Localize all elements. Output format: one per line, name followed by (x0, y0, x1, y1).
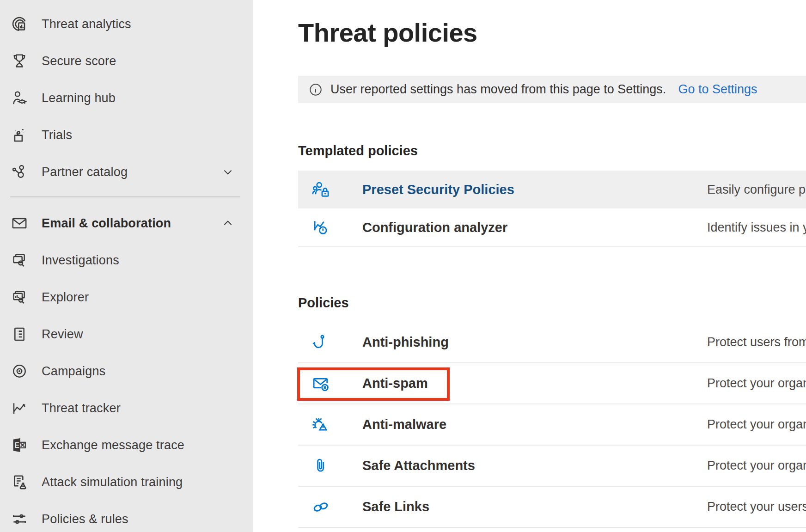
sidebar-item-trials[interactable]: Trials (0, 116, 253, 153)
safe-attachments-row[interactable]: Safe Attachments Protect your organiz (298, 446, 806, 487)
partner-catalog-icon (10, 163, 29, 181)
configuration-analyzer-row[interactable]: Configuration analyzer Identify issues i… (298, 208, 806, 247)
sidebar-item-explorer[interactable]: Explorer (0, 279, 253, 316)
templated-policies-heading: Templated policies (298, 143, 806, 159)
review-icon (10, 325, 29, 343)
anti-phishing-icon (311, 332, 331, 353)
page-title: Threat policies (298, 18, 806, 48)
policy-link[interactable]: Preset Security Policies (362, 182, 707, 197)
sidebar-item-campaigns[interactable]: Campaigns (0, 353, 253, 390)
anti-spam-icon (311, 373, 331, 394)
row-icon-cell (298, 373, 362, 394)
sidebar-item-label: Threat analytics (42, 17, 131, 31)
sidebar-item-partner-catalog[interactable]: Partner catalog (0, 153, 253, 190)
sidebar-item-label: Threat tracker (42, 401, 121, 416)
go-to-settings-link[interactable]: Go to Settings (678, 82, 757, 97)
threat-tracker-icon (10, 399, 29, 417)
sidebar-item-threat-tracker[interactable]: Threat tracker (0, 390, 253, 427)
attack-simulation-icon (10, 473, 29, 491)
banner-message: User reported settings has moved from th… (330, 82, 666, 97)
sidebar-item-label: Learning hub (42, 91, 116, 105)
row-icon-cell (298, 217, 362, 238)
threat-analytics-icon (10, 15, 29, 33)
sidebar-item-label: Explorer (42, 290, 89, 305)
policy-description: Protect your organiz (707, 376, 806, 391)
policy-description: Protect your organiz (707, 417, 806, 432)
policy-description: Protect your organiz (707, 459, 806, 473)
svg-text:E: E (14, 441, 19, 449)
policy-link[interactable]: Safe Links (362, 499, 707, 514)
policy-description: Identify issues in you (707, 220, 806, 235)
policy-link[interactable]: Anti-malware (362, 417, 707, 432)
main-content: Threat policies User reported settings h… (253, 0, 806, 532)
safe-links-row[interactable]: Safe Links Protect your users fr (298, 487, 806, 528)
sidebar-item-label: Exchange message trace (42, 438, 184, 453)
sidebar-item-label: Review (42, 327, 83, 342)
sidebar-item-label: Email & collaboration (42, 216, 171, 231)
sidebar-item-review[interactable]: Review (0, 316, 253, 353)
policy-link[interactable]: Anti-spam (362, 376, 707, 391)
sidebar-item-exchange-message-trace[interactable]: E Exchange message trace (0, 427, 253, 464)
sidebar-item-attack-simulation-training[interactable]: Attack simulation training (0, 464, 253, 501)
sidebar-item-secure-score[interactable]: Secure score (0, 43, 253, 79)
preset-security-policies-icon (311, 179, 331, 200)
sidebar-item-policies-rules[interactable]: Policies & rules (0, 501, 253, 532)
sidebar-item-label: Trials (42, 128, 72, 142)
policy-description: Easily configure prot (707, 183, 806, 197)
policy-description: Protect your users fr (707, 500, 806, 514)
row-icon-cell (298, 332, 362, 353)
learning-hub-icon (10, 89, 29, 107)
investigations-icon (10, 251, 29, 269)
sidebar-item-email-collaboration[interactable]: Email & collaboration (0, 205, 253, 242)
sidebar: Threat analytics Secure score Learning h… (0, 0, 253, 532)
exchange-icon: E (10, 436, 29, 454)
sidebar-item-label: Investigations (42, 253, 119, 268)
sidebar-divider (10, 196, 240, 197)
safe-links-icon (311, 497, 331, 517)
campaigns-icon (10, 362, 29, 380)
anti-malware-row[interactable]: Anti-malware Protect your organiz (298, 404, 806, 446)
policy-link[interactable]: Configuration analyzer (362, 220, 707, 235)
row-icon-cell (298, 456, 362, 476)
policies-heading: Policies (298, 295, 806, 311)
info-icon (309, 83, 323, 97)
templated-policies-list: Preset Security Policies Easily configur… (298, 171, 806, 247)
chevron-down-icon[interactable] (222, 166, 234, 178)
row-icon-cell (298, 497, 362, 517)
configuration-analyzer-icon (311, 217, 331, 238)
trials-icon (10, 126, 29, 144)
row-icon-cell (298, 179, 362, 200)
row-icon-cell (298, 415, 362, 435)
anti-spam-row[interactable]: Anti-spam Protect your organiz (298, 363, 806, 404)
sidebar-item-label: Campaigns (42, 364, 105, 379)
safe-attachments-icon (311, 456, 331, 476)
chevron-up-icon[interactable] (222, 217, 234, 229)
sidebar-item-label: Partner catalog (42, 165, 128, 179)
policies-list: Anti-phishing Protect users from p Anti-… (298, 322, 806, 528)
explorer-icon (10, 288, 29, 306)
anti-malware-icon (311, 415, 331, 435)
sidebar-item-investigations[interactable]: Investigations (0, 242, 253, 279)
policy-link[interactable]: Safe Attachments (362, 458, 707, 473)
sidebar-item-label: Secure score (42, 54, 116, 68)
trophy-icon (10, 52, 29, 70)
info-banner: User reported settings has moved from th… (298, 76, 806, 103)
sidebar-item-label: Attack simulation training (42, 475, 183, 489)
sidebar-item-learning-hub[interactable]: Learning hub (0, 79, 253, 116)
sidebar-item-label: Policies & rules (42, 512, 128, 526)
anti-phishing-row[interactable]: Anti-phishing Protect users from p (298, 322, 806, 363)
policy-link[interactable]: Anti-phishing (362, 335, 707, 350)
policy-description: Protect users from p (707, 335, 806, 349)
email-icon (10, 214, 29, 232)
preset-security-policies-row[interactable]: Preset Security Policies Easily configur… (298, 171, 806, 208)
sliders-icon (10, 510, 29, 528)
sidebar-item-threat-analytics[interactable]: Threat analytics (0, 6, 253, 43)
